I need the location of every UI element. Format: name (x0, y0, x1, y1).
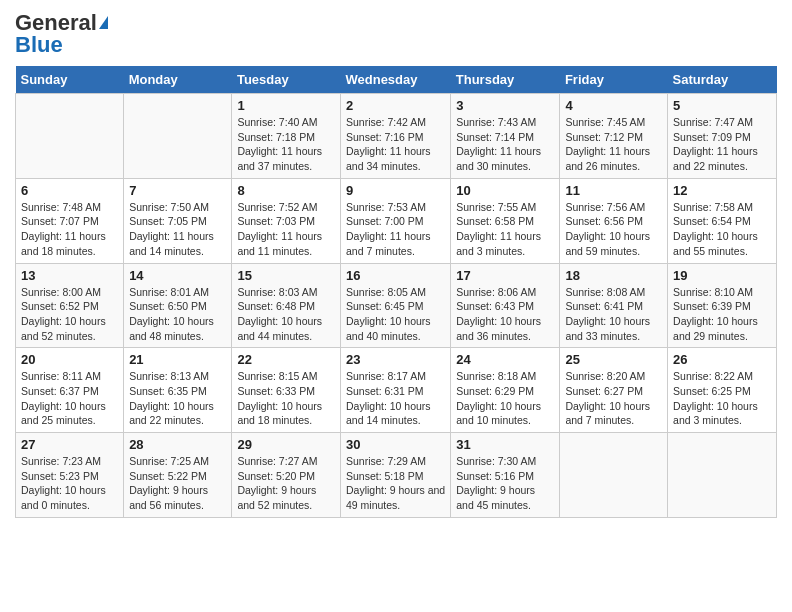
calendar-table: SundayMondayTuesdayWednesdayThursdayFrid… (15, 66, 777, 518)
weekday-header: Friday (560, 66, 668, 94)
day-info: Sunrise: 8:17 AM Sunset: 6:31 PM Dayligh… (346, 369, 445, 428)
day-info: Sunrise: 7:47 AM Sunset: 7:09 PM Dayligh… (673, 115, 771, 174)
day-info: Sunrise: 7:53 AM Sunset: 7:00 PM Dayligh… (346, 200, 445, 259)
day-info: Sunrise: 8:10 AM Sunset: 6:39 PM Dayligh… (673, 285, 771, 344)
day-info: Sunrise: 7:52 AM Sunset: 7:03 PM Dayligh… (237, 200, 335, 259)
weekday-header: Tuesday (232, 66, 341, 94)
calendar-day-cell: 31Sunrise: 7:30 AM Sunset: 5:16 PM Dayli… (451, 433, 560, 518)
calendar-day-cell: 10Sunrise: 7:55 AM Sunset: 6:58 PM Dayli… (451, 178, 560, 263)
day-info: Sunrise: 8:03 AM Sunset: 6:48 PM Dayligh… (237, 285, 335, 344)
day-number: 26 (673, 352, 771, 367)
page-header: General Blue (15, 10, 777, 58)
day-info: Sunrise: 7:27 AM Sunset: 5:20 PM Dayligh… (237, 454, 335, 513)
day-number: 24 (456, 352, 554, 367)
calendar-day-cell: 5Sunrise: 7:47 AM Sunset: 7:09 PM Daylig… (668, 94, 777, 179)
weekday-header: Saturday (668, 66, 777, 94)
day-number: 30 (346, 437, 445, 452)
day-number: 25 (565, 352, 662, 367)
day-number: 15 (237, 268, 335, 283)
day-number: 22 (237, 352, 335, 367)
day-number: 9 (346, 183, 445, 198)
calendar-day-cell: 2Sunrise: 7:42 AM Sunset: 7:16 PM Daylig… (340, 94, 450, 179)
weekday-header: Monday (124, 66, 232, 94)
day-number: 5 (673, 98, 771, 113)
calendar-day-cell: 7Sunrise: 7:50 AM Sunset: 7:05 PM Daylig… (124, 178, 232, 263)
calendar-day-cell: 15Sunrise: 8:03 AM Sunset: 6:48 PM Dayli… (232, 263, 341, 348)
logo-triangle-icon (99, 16, 108, 29)
day-number: 27 (21, 437, 118, 452)
day-number: 31 (456, 437, 554, 452)
day-info: Sunrise: 8:13 AM Sunset: 6:35 PM Dayligh… (129, 369, 226, 428)
calendar-day-cell: 3Sunrise: 7:43 AM Sunset: 7:14 PM Daylig… (451, 94, 560, 179)
day-info: Sunrise: 7:43 AM Sunset: 7:14 PM Dayligh… (456, 115, 554, 174)
day-number: 21 (129, 352, 226, 367)
calendar-day-cell: 19Sunrise: 8:10 AM Sunset: 6:39 PM Dayli… (668, 263, 777, 348)
day-info: Sunrise: 7:45 AM Sunset: 7:12 PM Dayligh… (565, 115, 662, 174)
calendar-day-cell (16, 94, 124, 179)
day-info: Sunrise: 8:18 AM Sunset: 6:29 PM Dayligh… (456, 369, 554, 428)
day-number: 11 (565, 183, 662, 198)
calendar-day-cell: 11Sunrise: 7:56 AM Sunset: 6:56 PM Dayli… (560, 178, 668, 263)
calendar-day-cell (668, 433, 777, 518)
calendar-header-row: SundayMondayTuesdayWednesdayThursdayFrid… (16, 66, 777, 94)
day-number: 4 (565, 98, 662, 113)
calendar-day-cell: 6Sunrise: 7:48 AM Sunset: 7:07 PM Daylig… (16, 178, 124, 263)
day-number: 20 (21, 352, 118, 367)
day-info: Sunrise: 8:22 AM Sunset: 6:25 PM Dayligh… (673, 369, 771, 428)
day-info: Sunrise: 7:56 AM Sunset: 6:56 PM Dayligh… (565, 200, 662, 259)
calendar-day-cell: 9Sunrise: 7:53 AM Sunset: 7:00 PM Daylig… (340, 178, 450, 263)
calendar-day-cell (560, 433, 668, 518)
calendar-day-cell: 23Sunrise: 8:17 AM Sunset: 6:31 PM Dayli… (340, 348, 450, 433)
day-number: 14 (129, 268, 226, 283)
logo: General Blue (15, 10, 108, 58)
calendar-day-cell: 26Sunrise: 8:22 AM Sunset: 6:25 PM Dayli… (668, 348, 777, 433)
calendar-day-cell: 20Sunrise: 8:11 AM Sunset: 6:37 PM Dayli… (16, 348, 124, 433)
calendar-week-row: 1Sunrise: 7:40 AM Sunset: 7:18 PM Daylig… (16, 94, 777, 179)
day-info: Sunrise: 7:25 AM Sunset: 5:22 PM Dayligh… (129, 454, 226, 513)
calendar-day-cell: 1Sunrise: 7:40 AM Sunset: 7:18 PM Daylig… (232, 94, 341, 179)
calendar-day-cell: 22Sunrise: 8:15 AM Sunset: 6:33 PM Dayli… (232, 348, 341, 433)
calendar-day-cell: 4Sunrise: 7:45 AM Sunset: 7:12 PM Daylig… (560, 94, 668, 179)
calendar-day-cell (124, 94, 232, 179)
day-number: 2 (346, 98, 445, 113)
day-info: Sunrise: 7:48 AM Sunset: 7:07 PM Dayligh… (21, 200, 118, 259)
calendar-day-cell: 14Sunrise: 8:01 AM Sunset: 6:50 PM Dayli… (124, 263, 232, 348)
logo-blue: Blue (15, 32, 63, 58)
day-info: Sunrise: 7:50 AM Sunset: 7:05 PM Dayligh… (129, 200, 226, 259)
weekday-header: Thursday (451, 66, 560, 94)
weekday-header: Wednesday (340, 66, 450, 94)
calendar-week-row: 27Sunrise: 7:23 AM Sunset: 5:23 PM Dayli… (16, 433, 777, 518)
day-number: 1 (237, 98, 335, 113)
day-number: 19 (673, 268, 771, 283)
day-number: 6 (21, 183, 118, 198)
day-info: Sunrise: 8:01 AM Sunset: 6:50 PM Dayligh… (129, 285, 226, 344)
day-info: Sunrise: 7:30 AM Sunset: 5:16 PM Dayligh… (456, 454, 554, 513)
calendar-day-cell: 13Sunrise: 8:00 AM Sunset: 6:52 PM Dayli… (16, 263, 124, 348)
calendar-day-cell: 24Sunrise: 8:18 AM Sunset: 6:29 PM Dayli… (451, 348, 560, 433)
calendar-week-row: 13Sunrise: 8:00 AM Sunset: 6:52 PM Dayli… (16, 263, 777, 348)
calendar-day-cell: 30Sunrise: 7:29 AM Sunset: 5:18 PM Dayli… (340, 433, 450, 518)
day-number: 29 (237, 437, 335, 452)
calendar-day-cell: 17Sunrise: 8:06 AM Sunset: 6:43 PM Dayli… (451, 263, 560, 348)
day-info: Sunrise: 7:42 AM Sunset: 7:16 PM Dayligh… (346, 115, 445, 174)
day-info: Sunrise: 8:08 AM Sunset: 6:41 PM Dayligh… (565, 285, 662, 344)
day-info: Sunrise: 7:55 AM Sunset: 6:58 PM Dayligh… (456, 200, 554, 259)
day-info: Sunrise: 8:00 AM Sunset: 6:52 PM Dayligh… (21, 285, 118, 344)
day-info: Sunrise: 7:29 AM Sunset: 5:18 PM Dayligh… (346, 454, 445, 513)
day-info: Sunrise: 8:06 AM Sunset: 6:43 PM Dayligh… (456, 285, 554, 344)
day-info: Sunrise: 7:58 AM Sunset: 6:54 PM Dayligh… (673, 200, 771, 259)
day-number: 8 (237, 183, 335, 198)
calendar-day-cell: 8Sunrise: 7:52 AM Sunset: 7:03 PM Daylig… (232, 178, 341, 263)
day-number: 23 (346, 352, 445, 367)
calendar-day-cell: 12Sunrise: 7:58 AM Sunset: 6:54 PM Dayli… (668, 178, 777, 263)
calendar-day-cell: 28Sunrise: 7:25 AM Sunset: 5:22 PM Dayli… (124, 433, 232, 518)
weekday-header: Sunday (16, 66, 124, 94)
day-info: Sunrise: 8:20 AM Sunset: 6:27 PM Dayligh… (565, 369, 662, 428)
day-info: Sunrise: 8:05 AM Sunset: 6:45 PM Dayligh… (346, 285, 445, 344)
day-number: 7 (129, 183, 226, 198)
day-info: Sunrise: 7:23 AM Sunset: 5:23 PM Dayligh… (21, 454, 118, 513)
calendar-day-cell: 27Sunrise: 7:23 AM Sunset: 5:23 PM Dayli… (16, 433, 124, 518)
calendar-week-row: 6Sunrise: 7:48 AM Sunset: 7:07 PM Daylig… (16, 178, 777, 263)
day-number: 3 (456, 98, 554, 113)
calendar-day-cell: 18Sunrise: 8:08 AM Sunset: 6:41 PM Dayli… (560, 263, 668, 348)
